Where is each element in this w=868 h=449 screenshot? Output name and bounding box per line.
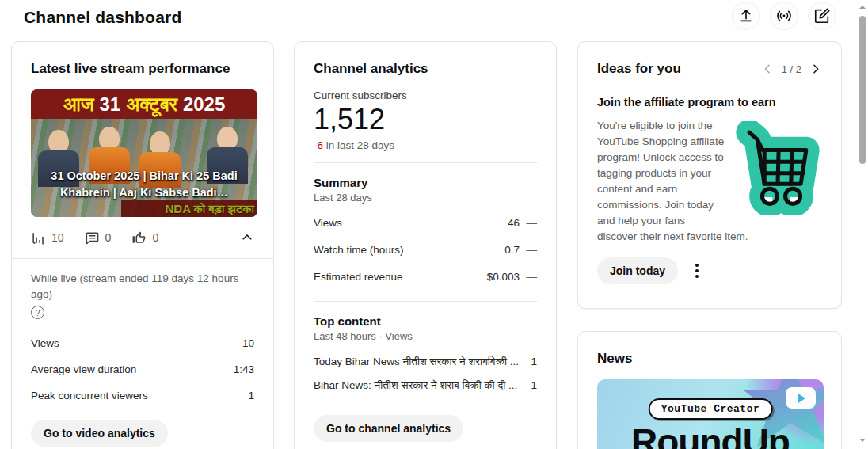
summary-rows: Views 46 — Watch time (hours) 0.7 — Esti… xyxy=(314,210,537,290)
thumbs-up-icon xyxy=(131,230,147,245)
while-live-context: While live (stream ended 119 days 12 hou… xyxy=(31,271,254,321)
upload-icon xyxy=(737,7,755,25)
trend-flat-icon: — xyxy=(520,244,537,256)
edit-icon xyxy=(813,7,831,25)
trend-flat-icon: — xyxy=(520,271,537,283)
top-content-title: Top content xyxy=(314,314,537,328)
create-edit-button[interactable] xyxy=(808,2,836,30)
collapse-card-button[interactable] xyxy=(240,230,254,245)
idea-heading: Join the affiliate program to earn xyxy=(597,96,822,108)
subscribers-delta: -6 in last 28 days xyxy=(314,139,537,151)
shopping-cart-icon xyxy=(733,121,822,215)
ideas-card-title: Ideas for you xyxy=(597,61,681,77)
likes-stat: 0 xyxy=(131,230,158,245)
delta-value: -6 xyxy=(314,139,323,151)
views-stat: 10 xyxy=(31,230,64,245)
metric-row-views: Views 10 xyxy=(31,330,254,356)
comment-icon xyxy=(85,230,100,245)
summary-row-revenue: Estimated revenue $0.003 — xyxy=(314,264,537,290)
scroll-down-icon[interactable] xyxy=(858,436,866,444)
topbar: Channel dashboard xyxy=(0,0,868,38)
channel-dashboard-page: Channel dashboard Latest live stream per… xyxy=(0,0,868,449)
metric-row-avg-duration: Average view duration 1:43 xyxy=(31,356,254,382)
stream-metrics: Views 10 Average view duration 1:43 Peak… xyxy=(31,330,254,409)
scrollbar-thumb[interactable] xyxy=(859,16,866,164)
news-headline: RoundUp xyxy=(597,420,824,449)
thumbnail-overlay-title: 31 October 2025 | Bihar Ki 25 Badi Khabr… xyxy=(36,168,253,201)
help-icon[interactable]: ? xyxy=(31,306,44,319)
analytics-card-title: Channel analytics xyxy=(314,61,537,77)
idea-body: You're eligible to join the YouTube Shop… xyxy=(597,118,822,245)
chevron-right-icon[interactable] xyxy=(809,63,822,75)
go-to-channel-analytics-button[interactable]: Go to channel analytics xyxy=(314,415,463,442)
play-badge xyxy=(786,387,816,409)
channel-analytics-card: Channel analytics Current subscribers 1,… xyxy=(294,41,557,449)
comments-stat: 0 xyxy=(85,230,112,245)
latest-live-stream-card: Latest live stream performance आज 31 अक्… xyxy=(11,41,274,449)
divider xyxy=(314,301,537,302)
trend-flat-icon: — xyxy=(520,217,537,229)
news-badge: YouTube Creator xyxy=(649,398,773,420)
go-live-icon xyxy=(775,7,793,25)
top-content-subtitle: Last 48 hours · Views xyxy=(314,330,537,342)
more-options-icon[interactable] xyxy=(692,261,702,281)
live-card-title: Latest live stream performance xyxy=(31,61,254,77)
top-content-rows: Today Bihar News नीतीश सरकार ने शराबबिक्… xyxy=(314,350,537,398)
join-today-button[interactable]: Join today xyxy=(597,257,678,284)
ideas-pager: 1 / 2 xyxy=(761,63,822,75)
go-to-video-analytics-button[interactable]: Go to video analytics xyxy=(31,420,168,447)
news-card-title: News xyxy=(597,351,822,367)
ideas-header: Ideas for you 1 / 2 xyxy=(597,61,822,77)
idea-actions: Join today xyxy=(597,257,822,284)
page-scrollbar[interactable] xyxy=(857,0,868,449)
topbar-actions xyxy=(732,2,836,30)
news-card: News YouTube Creator RoundUp xyxy=(577,331,842,449)
pager-counter: 1 / 2 xyxy=(782,63,801,75)
upload-video-button[interactable] xyxy=(732,2,760,30)
stream-stats-row: 10 0 0 xyxy=(31,228,254,247)
metric-row-peak-viewers: Peak concurrent viewers 1 xyxy=(31,382,254,409)
page-title: Channel dashboard xyxy=(24,8,181,27)
subscribers-count: 1,512 xyxy=(314,103,537,136)
chevron-left-icon[interactable] xyxy=(761,63,774,75)
summary-row-watch-time: Watch time (hours) 0.7 — xyxy=(314,237,537,263)
thumbnail-bottom-strip: NDA को बड़ा झटका xyxy=(121,200,257,217)
subscribers-label: Current subscribers xyxy=(314,89,537,101)
summary-title: Summary xyxy=(314,176,537,189)
scroll-up-icon[interactable] xyxy=(858,3,866,11)
top-content-row[interactable]: Today Bihar News नीतीश सरकार ने शराबबिक्… xyxy=(314,350,537,374)
divider xyxy=(314,162,537,163)
summary-row-views: Views 46 — xyxy=(314,210,537,236)
top-content-row[interactable]: Bihar News: नीतीश सरकार ने शराब बिक्री क… xyxy=(314,374,537,398)
play-icon xyxy=(798,394,805,403)
thumbnail-top-banner: आज 31 अक्टूबर 2025 xyxy=(31,89,257,119)
divider xyxy=(12,258,273,259)
chevron-up-icon xyxy=(240,230,254,245)
video-thumbnail[interactable]: आज 31 अक्टूबर 2025 31 October 2025 | Bih… xyxy=(31,89,257,217)
go-live-button[interactable] xyxy=(770,2,798,30)
ideas-for-you-card: Ideas for you 1 / 2 Join the affiliate p… xyxy=(577,41,842,309)
summary-subtitle: Last 28 days xyxy=(314,192,537,204)
analytics-bars-icon xyxy=(31,230,46,245)
news-thumbnail[interactable]: YouTube Creator RoundUp xyxy=(597,379,824,449)
